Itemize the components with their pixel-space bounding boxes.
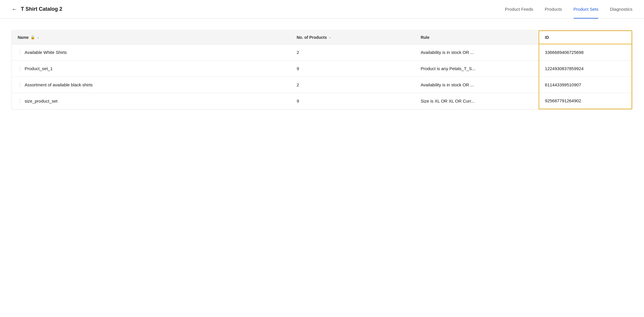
- cell-rule: Size is XL OR XL OR Curr...: [415, 93, 539, 109]
- table-row[interactable]: ⋮ size_product_set 9 Size is XL OR XL OR…: [12, 93, 632, 109]
- row-name: Available White Shirts: [25, 50, 67, 55]
- col-header-name[interactable]: Name 🔒 ⌄: [12, 31, 291, 44]
- drag-handle-icon[interactable]: ⋮: [18, 98, 22, 104]
- sort-icon-name: ⌄: [37, 35, 39, 39]
- col-header-rule: Rule: [415, 31, 539, 44]
- cell-num-products: 2: [291, 76, 415, 93]
- cell-name: ⋮ Assortment of available black shirts: [12, 76, 291, 93]
- row-name: Product_set_1: [25, 66, 53, 71]
- page-title: T Shirt Catalog 2: [21, 6, 62, 12]
- col-header-num-products[interactable]: No. of Products ⌄: [291, 31, 415, 44]
- back-button[interactable]: ←: [12, 6, 17, 12]
- cell-id: 611443399510907: [539, 76, 632, 93]
- product-sets-table-container: Name 🔒 ⌄ No. of Products ⌄ Rule: [12, 30, 632, 110]
- cell-id: 3366689406725698: [539, 44, 632, 60]
- main-content: Name 🔒 ⌄ No. of Products ⌄ Rule: [0, 19, 644, 110]
- cell-name: ⋮ Available White Shirts: [12, 44, 291, 60]
- cell-num-products: 2: [291, 44, 415, 60]
- cell-rule: Availability is in stock OR ...: [415, 44, 539, 60]
- tab-product-feeds[interactable]: Product Feeds: [505, 0, 533, 19]
- table-header: Name 🔒 ⌄ No. of Products ⌄ Rule: [12, 31, 632, 44]
- nav-tabs: Product Feeds Products Product Sets Diag…: [505, 0, 632, 18]
- cell-rule: Product is any Petals_T_S...: [415, 60, 539, 76]
- drag-handle-icon[interactable]: ⋮: [18, 50, 22, 55]
- table-row[interactable]: ⋮ Product_set_1 9 Product is any Petals_…: [12, 60, 632, 76]
- col-num-products-label: No. of Products: [297, 35, 327, 40]
- table-row[interactable]: ⋮ Available White Shirts 2 Availability …: [12, 44, 632, 60]
- col-id-label: ID: [545, 35, 549, 40]
- row-name: size_product_set: [25, 99, 57, 103]
- cell-num-products: 9: [291, 60, 415, 76]
- drag-handle-icon[interactable]: ⋮: [18, 66, 22, 71]
- app-header: ← T Shirt Catalog 2 Product Feeds Produc…: [0, 0, 644, 19]
- tab-product-sets[interactable]: Product Sets: [574, 0, 599, 19]
- table-row[interactable]: ⋮ Assortment of available black shirts 2…: [12, 76, 632, 93]
- cell-id: 1224930837859924: [539, 60, 632, 76]
- cell-id: 925687791264902: [539, 93, 632, 109]
- tab-products[interactable]: Products: [545, 0, 562, 19]
- table-body: ⋮ Available White Shirts 2 Availability …: [12, 44, 632, 109]
- col-rule-label: Rule: [421, 35, 429, 40]
- cell-rule: Availability is in stock OR ...: [415, 76, 539, 93]
- row-name: Assortment of available black shirts: [25, 82, 93, 87]
- drag-handle-icon[interactable]: ⋮: [18, 82, 22, 88]
- col-name-label: Name: [18, 35, 29, 40]
- header-left: ← T Shirt Catalog 2: [12, 6, 62, 12]
- col-header-id: ID: [539, 31, 632, 44]
- cell-name: ⋮ Product_set_1: [12, 60, 291, 76]
- cell-num-products: 9: [291, 93, 415, 109]
- lock-icon: 🔒: [30, 35, 35, 39]
- cell-name: ⋮ size_product_set: [12, 93, 291, 109]
- product-sets-table: Name 🔒 ⌄ No. of Products ⌄ Rule: [12, 30, 632, 109]
- tab-diagnostics[interactable]: Diagnostics: [610, 0, 632, 19]
- sort-icon-products: ⌄: [329, 35, 331, 39]
